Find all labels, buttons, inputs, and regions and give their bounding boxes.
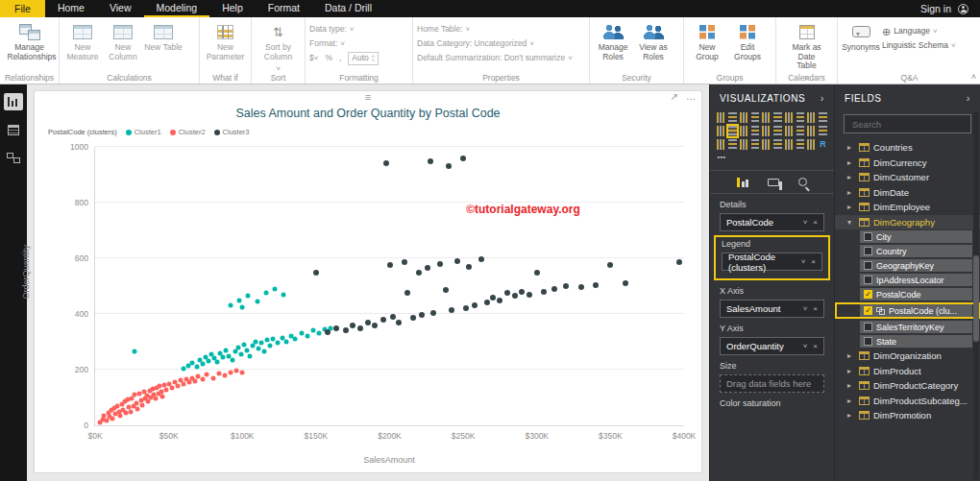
decimal-places-spinner[interactable]: Auto˄˅ bbox=[348, 52, 379, 65]
scatter-point-cluster3[interactable] bbox=[390, 314, 396, 320]
scatter-point-cluster2[interactable] bbox=[146, 399, 151, 404]
scatter-point-cluster1[interactable] bbox=[221, 354, 226, 359]
scatter-point-cluster3[interactable] bbox=[365, 320, 371, 325]
currency-format-button[interactable]: $˅ bbox=[309, 51, 318, 65]
file-menu-button[interactable]: File bbox=[0, 0, 45, 17]
clustered-column-chart-icon[interactable] bbox=[751, 112, 760, 123]
arcgis-map-icon[interactable] bbox=[807, 139, 816, 150]
scatter-point-cluster3[interactable] bbox=[478, 256, 484, 262]
sign-in-link[interactable]: Sign in bbox=[920, 3, 951, 14]
gauge-icon[interactable] bbox=[717, 139, 725, 150]
pie-chart-icon[interactable] bbox=[751, 126, 760, 136]
scatter-point-cluster3[interactable] bbox=[372, 323, 378, 328]
kpi-icon[interactable] bbox=[751, 139, 760, 150]
chevron-right-icon[interactable]: ▸ bbox=[847, 143, 855, 152]
scatter-point-cluster1[interactable] bbox=[293, 337, 298, 342]
chevron-right-icon[interactable]: ▸ bbox=[847, 188, 855, 197]
field-chip-orderquantity[interactable]: OrderQuantity˅× bbox=[720, 337, 824, 355]
chevron-right-icon[interactable]: ▸ bbox=[847, 411, 855, 420]
scatter-point-cluster3[interactable] bbox=[333, 325, 339, 331]
scatter-chart-icon[interactable] bbox=[728, 126, 737, 136]
menu-tab-format[interactable]: Format bbox=[256, 0, 312, 17]
scatter-point-cluster3[interactable] bbox=[607, 262, 613, 268]
scatter-point-cluster1[interactable] bbox=[215, 360, 220, 365]
scatter-point-cluster1[interactable] bbox=[246, 293, 251, 298]
scatter-point-cluster3[interactable] bbox=[343, 327, 349, 333]
scatter-point-cluster3[interactable] bbox=[551, 286, 557, 292]
area-chart-icon[interactable] bbox=[796, 112, 805, 123]
map-icon[interactable] bbox=[785, 126, 794, 136]
100-stacked-column-chart-icon[interactable] bbox=[773, 112, 782, 123]
donut-chart-icon[interactable] bbox=[762, 126, 771, 136]
chevron-right-icon[interactable]: ▸ bbox=[847, 367, 855, 375]
chevron-right-icon[interactable]: ▸ bbox=[847, 397, 855, 405]
new-group-button[interactable]: New Group bbox=[688, 20, 726, 61]
fields-tab-icon[interactable] bbox=[737, 178, 748, 187]
clustered-bar-chart-icon[interactable] bbox=[740, 112, 748, 123]
field-checkbox[interactable] bbox=[864, 261, 872, 270]
search-input[interactable] bbox=[850, 118, 980, 131]
new-measure-button[interactable]: New Measure bbox=[63, 20, 102, 61]
menu-tab-data-drill[interactable]: Data / Drill bbox=[312, 0, 384, 17]
model-view-button[interactable] bbox=[4, 149, 23, 166]
data-view-button[interactable] bbox=[4, 121, 23, 138]
field-row-salesterritorykey[interactable]: SalesTerritoryKey bbox=[835, 320, 980, 334]
sort-by-column-button[interactable]: ⇅ Sort by Column ˅ bbox=[259, 20, 298, 73]
field-chip-salesamount[interactable]: SalesAmount˅× bbox=[720, 300, 824, 318]
table-icon[interactable] bbox=[773, 139, 782, 150]
home-table-dropdown[interactable]: Home Table:˅ bbox=[417, 22, 470, 36]
account-icon[interactable] bbox=[958, 4, 968, 14]
scatter-point-cluster3[interactable] bbox=[383, 160, 389, 166]
more-options-icon[interactable]: ⋯ bbox=[717, 153, 725, 163]
scatter-point-cluster3[interactable] bbox=[484, 300, 490, 305]
menu-tab-modeling[interactable]: Modeling bbox=[144, 0, 210, 17]
scatter-point-cluster1[interactable] bbox=[268, 344, 273, 349]
scatter-point-cluster3[interactable] bbox=[402, 259, 407, 265]
scatter-point-cluster3[interactable] bbox=[380, 317, 386, 323]
scatter-point-cluster3[interactable] bbox=[428, 158, 433, 164]
filled-map-icon[interactable] bbox=[796, 126, 805, 136]
scatter-point-cluster2[interactable] bbox=[175, 384, 180, 389]
scatter-point-cluster3[interactable] bbox=[430, 310, 436, 316]
scatter-point-cluster1[interactable] bbox=[272, 287, 277, 292]
scatter-point-cluster3[interactable] bbox=[446, 163, 452, 169]
scatter-point-cluster1[interactable] bbox=[259, 341, 264, 346]
field-row-postalcode[interactable]: ✓PostalCode bbox=[835, 287, 980, 301]
manage-relationships-button[interactable]: Manage Relationships bbox=[8, 20, 52, 61]
new-column-button[interactable]: New Column bbox=[104, 20, 142, 61]
field-checkbox[interactable] bbox=[864, 323, 872, 331]
field-row-country[interactable]: Country bbox=[835, 244, 980, 258]
edit-groups-button[interactable]: Edit Groups bbox=[728, 20, 767, 61]
scatter-point-cluster3[interactable] bbox=[419, 312, 425, 318]
scatter-point-cluster1[interactable] bbox=[276, 341, 281, 346]
field-row-state[interactable]: State bbox=[835, 334, 980, 349]
legend-item-cluster1[interactable]: Cluster1 bbox=[126, 128, 161, 136]
scatter-point-cluster3[interactable] bbox=[449, 307, 454, 313]
funnel-chart-icon[interactable] bbox=[819, 126, 827, 136]
scatter-point-cluster2[interactable] bbox=[216, 372, 221, 376]
multi-row-card-icon[interactable] bbox=[740, 139, 748, 150]
table-row-dimcurrency[interactable]: ▸DimCurrency bbox=[835, 156, 980, 171]
card-icon[interactable] bbox=[728, 139, 737, 150]
menu-tab-view[interactable]: View bbox=[97, 0, 144, 17]
collapse-visualizations-icon[interactable]: › bbox=[821, 92, 824, 104]
scatter-point-cluster1[interactable] bbox=[247, 353, 252, 358]
manage-roles-button[interactable]: Manage Roles bbox=[594, 20, 632, 61]
collapse-ribbon-icon[interactable]: ˄ bbox=[971, 72, 976, 82]
visual-more-options-icon[interactable]: … bbox=[686, 91, 696, 102]
remove-field-icon[interactable]: × bbox=[813, 304, 818, 313]
scatter-point-cluster1[interactable] bbox=[244, 348, 249, 352]
scatter-point-cluster3[interactable] bbox=[593, 282, 599, 288]
r-script-visual-icon[interactable]: R bbox=[819, 139, 827, 150]
format-tab-icon[interactable] bbox=[768, 179, 779, 186]
scatter-point-cluster3[interactable] bbox=[460, 156, 466, 161]
visual-drag-handle-icon[interactable]: ≡ bbox=[365, 92, 371, 102]
scatter-point-cluster2[interactable] bbox=[160, 394, 165, 398]
scatter-point-cluster3[interactable] bbox=[410, 315, 416, 321]
scatter-point-cluster1[interactable] bbox=[305, 334, 309, 339]
scatter-point-cluster2[interactable] bbox=[128, 409, 133, 414]
shape-map-icon[interactable] bbox=[807, 126, 816, 136]
scatter-point-cluster1[interactable] bbox=[237, 298, 242, 302]
table-row-dimproductsubcateg[interactable]: ▸DimProductSubcateg... bbox=[835, 394, 980, 409]
scatter-point-cluster2[interactable] bbox=[140, 402, 145, 407]
